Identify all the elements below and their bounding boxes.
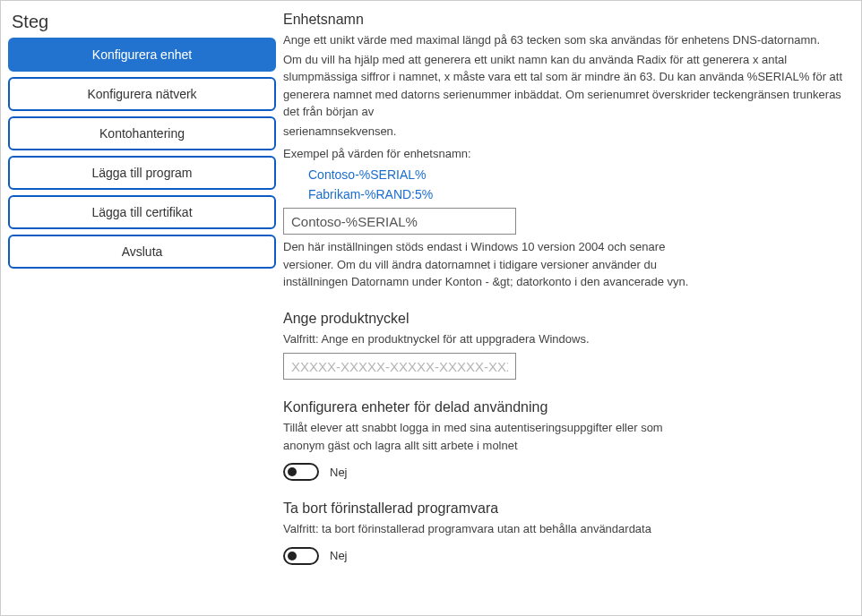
shared-use-desc: Tillåt elever att snabbt logga in med si… — [283, 419, 704, 454]
remove-software-toggle[interactable] — [283, 547, 319, 565]
step-configure-network[interactable]: Konfigurera nätverk — [8, 77, 276, 111]
remove-software-toggle-label: Nej — [330, 549, 348, 562]
device-name-heading: Enhetsnamn — [283, 12, 843, 28]
product-key-section: Ange produktnyckel Valfritt: Ange en pro… — [283, 311, 843, 381]
toggle-knob-icon — [288, 467, 297, 476]
step-add-certificates[interactable]: Lägga till certifikat — [8, 195, 276, 229]
remove-software-desc: Valfritt: ta bort förinstallerad program… — [283, 520, 704, 538]
device-name-section: Enhetsnamn Ange ett unikt värde med maxi… — [283, 12, 843, 291]
device-name-desc1: Ange ett unikt värde med maximal längd p… — [283, 31, 843, 49]
steps-sidebar: Steg Konfigurera enhet Konfigurera nätve… — [1, 8, 283, 615]
step-configure-device[interactable]: Konfigurera enhet — [8, 38, 276, 72]
shared-use-section: Konfigurera enheter för delad användning… — [283, 399, 843, 481]
device-name-desc2-small: serienamnsekvensen. — [283, 123, 843, 141]
device-name-example-1[interactable]: Contoso-%SERIAL% — [308, 165, 843, 184]
product-key-heading: Ange produktnyckel — [283, 311, 843, 327]
product-key-desc: Valfritt: Ange en produktnyckel för att … — [283, 330, 843, 348]
step-account-management[interactable]: Kontohantering — [8, 116, 276, 150]
device-name-note: Den här inställningen stöds endast i Win… — [283, 238, 695, 291]
device-name-input[interactable] — [283, 208, 516, 235]
device-name-desc2: Om du vill ha hjälp med att generera ett… — [283, 51, 843, 121]
sidebar-title: Steg — [8, 12, 276, 32]
shared-use-toggle-label: Nej — [330, 466, 348, 479]
shared-use-toggle[interactable] — [283, 463, 319, 481]
device-name-example-label: Exempel på värden för enhetsnamn: — [283, 145, 843, 163]
step-finish[interactable]: Avsluta — [8, 235, 276, 269]
main-content: Enhetsnamn Ange ett unikt värde med maxi… — [283, 8, 861, 615]
step-add-programs[interactable]: Lägga till program — [8, 156, 276, 190]
shared-use-heading: Konfigurera enheter för delad användning — [283, 399, 843, 415]
remove-software-heading: Ta bort förinstallerad programvara — [283, 500, 843, 517]
remove-software-section: Ta bort förinstallerad programvara Valfr… — [283, 500, 843, 565]
toggle-knob-icon — [288, 552, 297, 560]
device-name-example-2[interactable]: Fabrikam-%RAND:5% — [308, 184, 843, 204]
product-key-input[interactable] — [283, 353, 516, 380]
